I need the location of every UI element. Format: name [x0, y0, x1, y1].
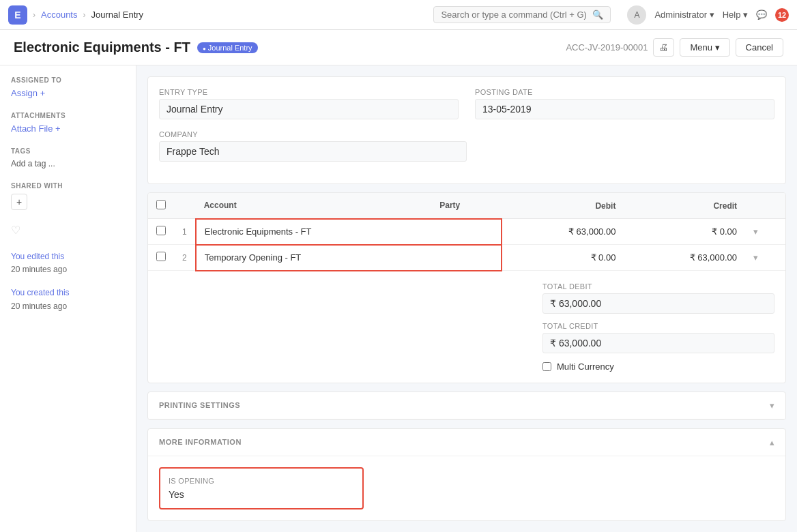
posting-date-value[interactable]: 13-05-2019: [475, 99, 774, 119]
company-value[interactable]: Frappe Tech: [159, 141, 467, 162]
row1-account[interactable]: Electronic Equipments - FT: [196, 219, 432, 245]
col-account-header: Account: [196, 193, 432, 219]
posting-date-group: Posting Date 13-05-2019: [475, 88, 774, 119]
row2-dropdown[interactable]: ▾: [745, 245, 785, 271]
more-information-header[interactable]: MORE INFORMATION ▴: [148, 429, 785, 456]
row2-checkbox[interactable]: [156, 252, 166, 261]
breadcrumb-sep-2: ›: [83, 10, 85, 20]
col-credit-header: Credit: [624, 193, 745, 219]
tags-section: TAGS Add a tag ...: [11, 147, 125, 168]
form-section: Entry Type Journal Entry Posting Date 13…: [147, 76, 786, 184]
cancel-button[interactable]: Cancel: [736, 38, 783, 57]
help-button[interactable]: Help ▾: [723, 10, 748, 20]
total-credit-group: Total Credit ₹ 63,000.00: [542, 322, 774, 353]
attach-action[interactable]: Attach File +: [11, 123, 125, 134]
row1-debit: ₹ 63,000.00: [502, 219, 624, 245]
row2-checkbox-cell[interactable]: [148, 245, 174, 271]
page-title-area: Electronic Equipments - FT ●Journal Entr…: [14, 40, 258, 55]
entry-type-value[interactable]: Journal Entry: [159, 99, 459, 119]
nav-right: A Administrator ▾ Help ▾ 💬 12: [627, 5, 789, 25]
heart-icon[interactable]: ♡: [11, 224, 125, 237]
totals-inner: Total Debit ₹ 63,000.00 Total Credit ₹ 6…: [542, 282, 774, 372]
breadcrumb-accounts[interactable]: Accounts: [41, 10, 77, 20]
company-group: Company Frappe Tech: [159, 130, 467, 162]
table-head: Account Party Debit Credit: [148, 193, 785, 219]
table-row: 2 Temporary Opening - FT ₹ 0.00 ₹ 63,000…: [148, 245, 785, 271]
activity-1: You edited this 20 minutes ago: [11, 250, 125, 276]
multi-currency-label: Multi Currency: [557, 361, 614, 372]
row1-checkbox[interactable]: [156, 226, 166, 235]
heart-section: ♡: [11, 224, 125, 237]
row2-account[interactable]: Temporary Opening - FT: [196, 245, 432, 271]
printing-settings-chevron-icon: ▾: [770, 400, 774, 411]
select-all-checkbox[interactable]: [156, 200, 166, 209]
totals-right: Total Debit ₹ 63,000.00 Total Credit ₹ 6…: [159, 282, 774, 372]
tags-placeholder[interactable]: Add a tag ...: [11, 159, 125, 168]
printing-settings-header[interactable]: PRINTING SETTINGS ▾: [148, 392, 785, 419]
content: Entry Type Journal Entry Posting Date 13…: [136, 65, 797, 532]
sidebar: ASSIGNED TO Assign + ATTACHMENTS Attach …: [0, 65, 136, 532]
shared-section: SHARED WITH +: [11, 182, 125, 210]
total-debit-value: ₹ 63,000.00: [542, 293, 774, 314]
admin-button[interactable]: Administrator ▾: [654, 10, 714, 20]
table-wrapper: Account Party Debit Credit: [148, 193, 785, 271]
form-fields: Entry Type Journal Entry Posting Date 13…: [148, 77, 785, 183]
company-spacer: [483, 130, 774, 162]
page-title: Electronic Equipments - FT: [14, 40, 190, 55]
entry-type-group: Entry Type Journal Entry: [159, 88, 459, 119]
app-icon[interactable]: E: [8, 5, 27, 25]
row1-checkbox-cell[interactable]: [148, 219, 174, 245]
col-actions: [745, 193, 785, 219]
avatar: A: [627, 5, 646, 25]
assigned-label: ASSIGNED TO: [11, 76, 125, 84]
row2-credit: ₹ 63,000.00: [624, 245, 745, 271]
journal-table: Account Party Debit Credit: [148, 193, 785, 271]
form-row-2: Company Frappe Tech: [159, 130, 774, 162]
shared-label: SHARED WITH: [11, 182, 125, 190]
more-information-title: MORE INFORMATION: [159, 438, 242, 446]
tags-label: TAGS: [11, 147, 125, 155]
col-num: [174, 193, 196, 219]
top-nav: E › Accounts › Journal Entry 🔍 A Adminis…: [0, 0, 797, 30]
company-label: Company: [159, 130, 467, 138]
entry-type-label: Entry Type: [159, 88, 459, 96]
row2-num: 2: [174, 245, 196, 271]
table-body: 1 Electronic Equipments - FT ₹ 63,000.00…: [148, 219, 785, 271]
multi-currency-checkbox[interactable]: [542, 362, 551, 371]
total-credit-value: ₹ 63,000.00: [542, 333, 774, 353]
row2-party[interactable]: [431, 245, 502, 271]
search-input[interactable]: [441, 10, 590, 20]
doc-id: ACC-JV-2019-00001: [566, 42, 648, 53]
chat-icon[interactable]: 💬: [756, 10, 767, 20]
add-shared-button[interactable]: +: [11, 194, 27, 210]
breadcrumb-sep-1: ›: [33, 10, 35, 20]
page-actions: ACC-JV-2019-00001 🖨 Menu ▾ Cancel: [566, 38, 783, 57]
more-information-section: MORE INFORMATION ▴ Is Opening Yes: [147, 428, 786, 521]
form-row-1: Entry Type Journal Entry Posting Date 13…: [159, 88, 774, 119]
table-row: 1 Electronic Equipments - FT ₹ 63,000.00…: [148, 219, 785, 245]
activity-2: You created this 20 minutes ago: [11, 286, 125, 312]
row1-party[interactable]: [431, 219, 502, 245]
search-bar[interactable]: 🔍: [433, 6, 611, 23]
posting-date-label: Posting Date: [475, 88, 774, 96]
row1-dropdown[interactable]: ▾: [745, 219, 785, 245]
row2-debit: ₹ 0.00: [502, 245, 624, 271]
attachments-label: ATTACHMENTS: [11, 112, 125, 119]
notification-badge[interactable]: 12: [775, 8, 789, 22]
page-header: Electronic Equipments - FT ●Journal Entr…: [0, 30, 797, 65]
col-party-header: Party: [431, 193, 502, 219]
col-debit-header: Debit: [502, 193, 624, 219]
col-select-all[interactable]: [148, 193, 174, 219]
assigned-section: ASSIGNED TO Assign +: [11, 76, 125, 98]
search-icon: 🔍: [592, 10, 603, 20]
main-layout: ASSIGNED TO Assign + ATTACHMENTS Attach …: [0, 65, 797, 532]
menu-button[interactable]: Menu ▾: [680, 38, 729, 57]
more-info-chevron-icon: ▴: [770, 437, 774, 447]
printing-settings-title: PRINTING SETTINGS: [159, 401, 240, 409]
row1-num: 1: [174, 219, 196, 245]
assign-action[interactable]: Assign +: [11, 88, 125, 98]
print-button[interactable]: 🖨: [653, 38, 674, 57]
attachments-section: ATTACHMENTS Attach File +: [11, 112, 125, 134]
breadcrumb-journal-entry: Journal Entry: [91, 10, 143, 20]
is-opening-label: Is Opening: [169, 477, 354, 485]
